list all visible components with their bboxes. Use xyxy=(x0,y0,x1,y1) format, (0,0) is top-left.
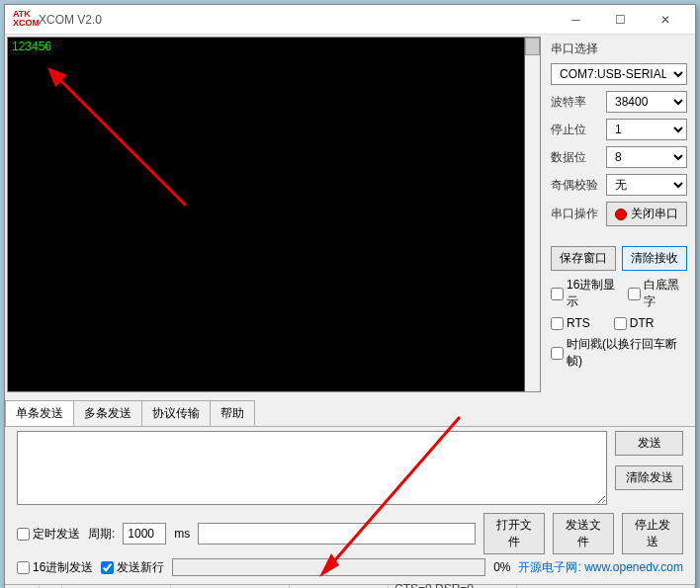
app-logo-icon: ATKXCOM xyxy=(13,10,33,30)
save-window-button[interactable]: 保存窗口 xyxy=(551,246,616,271)
maximize-button[interactable]: ☐ xyxy=(598,6,643,34)
rts-checkbox[interactable]: RTS xyxy=(551,316,590,330)
op-label: 串口操作 xyxy=(551,206,600,222)
ms-label: ms xyxy=(174,527,190,541)
baud-label: 波特率 xyxy=(551,94,600,111)
tab-multi-send[interactable]: 多条发送 xyxy=(73,400,142,426)
openedv-link[interactable]: www.openedv.com xyxy=(584,560,683,574)
titlebar: ATKXCOM XCOM V2.0 ─ ☐ ✕ xyxy=(5,5,695,35)
timestamp-checkbox[interactable]: 时间戳(以换行回车断帧) xyxy=(551,336,687,370)
window-title: XCOM V2.0 xyxy=(39,13,554,27)
minimize-button[interactable]: ─ xyxy=(554,6,598,34)
port-select[interactable]: COM7:USB-SERIAL xyxy=(551,63,687,85)
dtr-checkbox[interactable]: DTR xyxy=(614,316,655,330)
data-select[interactable]: 8 xyxy=(606,146,687,168)
send-file-button[interactable]: 发送文件 xyxy=(553,513,614,554)
data-label: 数据位 xyxy=(551,149,600,166)
svg-marker-1 xyxy=(47,67,67,87)
period-label: 周期: xyxy=(88,526,115,543)
svg-line-0 xyxy=(55,75,186,206)
open-file-button[interactable]: 打开文件 xyxy=(483,513,545,554)
annotation-arrow-icon xyxy=(38,57,235,255)
progress-percent: 0% xyxy=(493,560,510,574)
send-newline-checkbox[interactable]: 发送新行 xyxy=(101,559,164,576)
scrollbar[interactable] xyxy=(524,38,540,391)
tab-single-send[interactable]: 单条发送 xyxy=(5,400,74,426)
send-input[interactable] xyxy=(17,431,607,505)
settings-panel: 串口选择 COM7:USB-SERIAL 波特率38400 停止位1 数据位8 … xyxy=(545,37,693,392)
status-bar: www.openedv.com S:0 R:8 CTS=0 DSR=0 DCD=… xyxy=(5,584,695,588)
send-tabs: 单条发送 多条发送 协议传输 帮助 xyxy=(5,400,695,427)
close-port-button[interactable]: 关闭串口 xyxy=(606,202,687,226)
white-black-checkbox[interactable]: 白底黑字 xyxy=(628,277,687,310)
stop-select[interactable]: 1 xyxy=(606,119,687,140)
baud-select[interactable]: 38400 xyxy=(606,91,687,113)
stop-label: 停止位 xyxy=(551,122,600,138)
clear-send-button[interactable]: 清除发送 xyxy=(615,465,683,490)
period-input[interactable] xyxy=(123,523,166,545)
tab-protocol[interactable]: 协议传输 xyxy=(141,400,211,426)
clear-receive-button[interactable]: 清除接收 xyxy=(622,246,687,271)
send-button[interactable]: 发送 xyxy=(615,431,683,456)
port-select-label: 串口选择 xyxy=(551,41,687,57)
hex-send-checkbox[interactable]: 16进制发送 xyxy=(17,559,93,576)
terminal-output: 123456 xyxy=(12,40,51,53)
stop-send-button[interactable]: 停止发送 xyxy=(622,513,683,554)
file-path-input[interactable] xyxy=(198,523,476,545)
parity-select[interactable]: 无 xyxy=(606,174,687,196)
parity-label: 奇偶校验 xyxy=(551,177,600,194)
close-button[interactable]: ✕ xyxy=(643,6,687,34)
receive-terminal: 123456 xyxy=(7,37,541,392)
timed-send-checkbox[interactable]: 定时发送 xyxy=(17,526,80,543)
record-icon xyxy=(615,209,627,220)
progress-bar xyxy=(172,558,485,576)
hex-display-checkbox[interactable]: 16进制显示 xyxy=(551,277,622,310)
tab-help[interactable]: 帮助 xyxy=(210,400,255,426)
link-label: 开源电子网: www.openedv.com xyxy=(518,559,683,576)
